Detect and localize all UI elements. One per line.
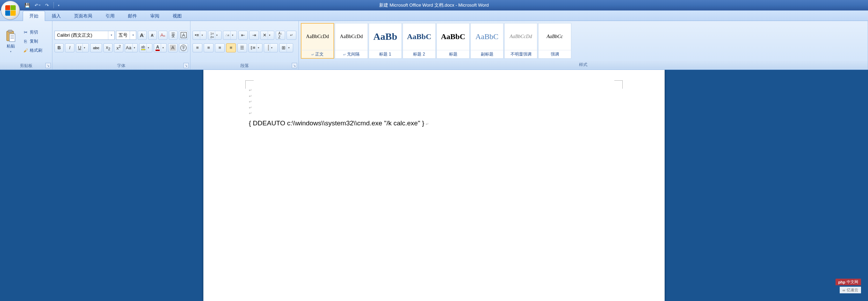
align-left-button[interactable]: ≡ xyxy=(193,43,202,52)
tab-view[interactable]: 视图 xyxy=(166,11,188,21)
window-title: 新建 Microsoft Office Word 文档.docx - Micro… xyxy=(379,2,489,8)
borders-icon: ⊞ xyxy=(282,45,285,50)
decrease-indent-button[interactable]: ⇤ xyxy=(238,31,248,40)
borders-button[interactable]: ⊞▾ xyxy=(279,43,293,52)
cut-button[interactable]: ✂剪切 xyxy=(21,28,44,36)
style-item-2[interactable]: AaBb标题 1 xyxy=(369,23,402,59)
superscript-button[interactable]: x2 xyxy=(114,43,123,52)
style-preview: AaBbC xyxy=(471,23,503,50)
save-icon: 💾 xyxy=(24,2,30,8)
ribbon: 粘贴 ▾ ✂剪切 ⎘复制 🖌格式刷 剪贴板 ↘ Calibri (西文正文) ▾ xyxy=(0,21,868,70)
office-button[interactable] xyxy=(1,1,20,20)
style-preview: AaBbCcDd xyxy=(301,23,334,50)
shrink-font-button[interactable]: Aˇ xyxy=(148,31,157,40)
font-size-combo[interactable]: 五号 ▾ xyxy=(116,31,136,40)
highlight-icon: ab xyxy=(141,45,145,50)
bold-button[interactable]: B xyxy=(55,43,64,52)
format-painter-button[interactable]: 🖌格式刷 xyxy=(21,46,44,54)
style-item-0[interactable]: AaBbCcDd正文 xyxy=(301,23,334,59)
italic-button[interactable]: I xyxy=(65,43,74,52)
clear-formatting-button[interactable]: A̶ₐ xyxy=(158,31,167,40)
tab-review[interactable]: 审阅 xyxy=(144,11,166,21)
bullets-icon: •≡ xyxy=(195,32,199,38)
subscript-button[interactable]: x2 xyxy=(103,43,113,52)
enclose-char-button[interactable]: 字 xyxy=(179,43,188,52)
line-spacing-button[interactable]: ‡≡▾ xyxy=(248,43,262,52)
sort-button[interactable]: A↓Z xyxy=(276,31,285,40)
align-left-icon: ≡ xyxy=(196,45,199,50)
redo-icon: ↷ xyxy=(44,2,50,8)
shading-icon xyxy=(268,45,269,50)
office-logo-icon xyxy=(5,5,16,16)
style-name: 标题 1 xyxy=(369,50,402,58)
font-color-icon: A xyxy=(155,45,160,51)
style-name: 标题 xyxy=(437,50,469,58)
qat-separator xyxy=(53,2,54,8)
tab-page-layout[interactable]: 页面布局 xyxy=(67,11,99,21)
format-painter-icon: 🖌 xyxy=(23,48,28,53)
redo-button[interactable]: ↷ xyxy=(42,1,51,9)
show-marks-button[interactable]: ↵ xyxy=(287,31,296,40)
tab-mailings[interactable]: 邮件 xyxy=(121,11,144,21)
enclose-icon: 字 xyxy=(180,45,187,51)
justify-button[interactable]: ≡ xyxy=(226,43,236,52)
bullets-button[interactable]: •≡▾ xyxy=(193,31,207,40)
clipboard-launcher[interactable]: ↘ xyxy=(45,63,51,68)
title-bar: 💾 ↶▾ ↷ ▾ 新建 Microsoft Office Word 文档.doc… xyxy=(0,0,868,10)
group-paragraph: •≡▾ 1≡2≡▾ ∴≡▾ ⇤ ⇥ ✕▾ A↓Z ↵ ≡ ≡ ≡ ≡ ☰ ‡≡▾… xyxy=(190,21,299,69)
asian-layout-button[interactable]: ✕▾ xyxy=(260,31,274,40)
tab-insert[interactable]: 插入 xyxy=(45,11,67,21)
style-item-7[interactable]: AaBbCc强调 xyxy=(538,23,571,59)
copy-button[interactable]: ⎘复制 xyxy=(21,37,44,45)
font-color-button[interactable]: A▾ xyxy=(154,43,167,52)
group-font: Calibri (西文正文) ▾ 五号 ▾ Aˆ Aˇ A̶ₐ 变wén A B… xyxy=(52,21,190,69)
save-button[interactable]: 💾 xyxy=(23,1,32,9)
style-item-3[interactable]: AaBbC标题 2 xyxy=(403,23,436,59)
clear-format-icon: A̶ₐ xyxy=(160,32,165,38)
paste-icon xyxy=(5,30,16,42)
justify-icon: ≡ xyxy=(230,45,232,50)
font-name-value: Calibri (西文正文) xyxy=(55,32,108,38)
char-border-icon: A xyxy=(181,32,187,38)
phonetic-icon: 变wén xyxy=(171,32,175,38)
chevron-down-icon: ▾ xyxy=(108,31,114,39)
phonetic-guide-button[interactable]: 变wén xyxy=(169,31,178,40)
style-item-1[interactable]: AaBbCcDd无间隔 xyxy=(335,23,368,59)
paste-button[interactable]: 粘贴 ▾ xyxy=(2,22,20,60)
underline-button[interactable]: U▾ xyxy=(76,43,89,52)
style-name: 强调 xyxy=(538,50,571,58)
change-case-button[interactable]: Aa▾ xyxy=(125,43,138,52)
bold-icon: B xyxy=(57,45,60,50)
paragraph-launcher[interactable]: ↘ xyxy=(292,63,297,68)
style-item-4[interactable]: AaBbC标题 xyxy=(436,23,470,59)
distributed-button[interactable]: ☰ xyxy=(237,43,247,52)
undo-button[interactable]: ↶▾ xyxy=(32,1,42,9)
tab-home[interactable]: 开始 xyxy=(23,11,45,21)
style-item-5[interactable]: AaBbC副标题 xyxy=(470,23,504,59)
char-shading-icon: A xyxy=(170,45,176,51)
qat-customize-button[interactable]: ▾ xyxy=(56,1,62,9)
style-preview: AaBb xyxy=(369,23,402,50)
style-item-6[interactable]: AaBbCcDd不明显强调 xyxy=(504,23,537,59)
increase-indent-button[interactable]: ⇥ xyxy=(249,31,259,40)
grow-font-button[interactable]: Aˆ xyxy=(138,31,147,40)
style-name: 无间隔 xyxy=(335,50,368,58)
multilevel-button[interactable]: ∴≡▾ xyxy=(223,31,237,40)
shrink-font-icon: A xyxy=(151,33,153,37)
font-size-value: 五号 xyxy=(116,32,130,38)
numbering-button[interactable]: 1≡2≡▾ xyxy=(208,31,222,40)
highlight-button[interactable]: ab▾ xyxy=(139,43,152,52)
distributed-icon: ☰ xyxy=(240,45,244,50)
char-shading-button[interactable]: A xyxy=(168,43,177,52)
strike-icon: abc xyxy=(93,46,99,50)
shading-button[interactable]: ▾ xyxy=(264,43,278,52)
style-name: 标题 2 xyxy=(403,50,435,58)
outdent-icon: ⇤ xyxy=(241,32,245,38)
align-center-button[interactable]: ≡ xyxy=(204,43,214,52)
font-launcher[interactable]: ↘ xyxy=(183,63,189,68)
strikethrough-button[interactable]: abc xyxy=(90,43,102,52)
char-border-button[interactable]: A xyxy=(179,31,188,40)
align-right-button[interactable]: ≡ xyxy=(215,43,225,52)
font-name-combo[interactable]: Calibri (西文正文) ▾ xyxy=(55,31,115,40)
tab-references[interactable]: 引用 xyxy=(99,11,121,21)
